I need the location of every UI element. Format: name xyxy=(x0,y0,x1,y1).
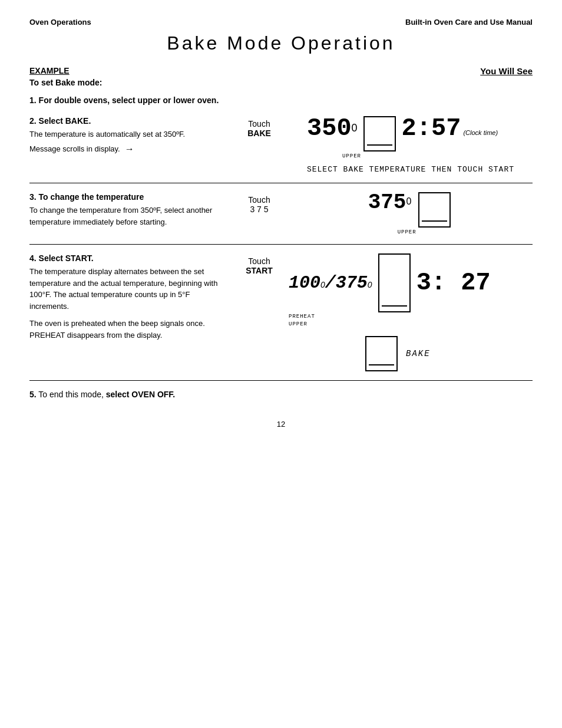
step4-temps: 1000 / 3750 xyxy=(289,273,372,293)
step1-row: 1. For double ovens, select upper or low… xyxy=(29,91,533,107)
page-number: 12 xyxy=(29,420,533,429)
step4-body2: The oven is preheated when the beep sign… xyxy=(29,318,218,341)
step4-number: 4. xyxy=(29,253,37,263)
step3-touch2: 3 7 5 xyxy=(230,205,289,214)
step2-degree: 0 xyxy=(352,122,358,134)
step3-title: To change the temperature xyxy=(39,192,144,202)
scroll-text: Message scrolls in display. xyxy=(29,144,120,153)
step1-left: 1. For double ovens, select upper or low… xyxy=(29,95,230,105)
step3-body: To change the temperature from 350ºF, se… xyxy=(29,205,218,228)
step4-body1: The temperature display alternates betwe… xyxy=(29,266,218,312)
step4-top-row: 1000 / 3750 3: 27 xyxy=(289,253,491,312)
step1-number: 1. xyxy=(29,95,37,105)
step5-row: 5. To end this mode, select OVEN OFF. xyxy=(29,381,533,408)
step5-text-bold: select OVEN OFF. xyxy=(106,390,175,399)
step3-temp-group: 3750 xyxy=(368,192,412,213)
header: Oven Operations Built-in Oven Care and U… xyxy=(29,18,533,27)
step2-upper: UPPER xyxy=(342,153,361,159)
step3-number: 3. xyxy=(29,192,37,202)
step4-bake-label: BAKE xyxy=(406,349,431,358)
step4-right: 1000 / 3750 3: 27 PREHEAT UPPER BAKE xyxy=(289,253,533,371)
step2-body: The temperature is automatically set at … xyxy=(29,129,218,140)
example-label: EXAMPLE xyxy=(29,66,102,75)
step2-right: 3500 2:57 (Clock time) UPPER SELECT BAKE… xyxy=(289,116,533,174)
step2-select-msg: SELECT BAKE TEMPERATURE THEN TOUCH START xyxy=(307,165,514,174)
step2-clock-label: (Clock time) xyxy=(463,129,498,136)
step4-clock-group: 3: 27 xyxy=(416,271,491,295)
page-title: Bake Mode Operation xyxy=(29,32,533,54)
step4-display: 1000 / 3750 3: 27 PREHEAT UPPER BAKE xyxy=(289,253,491,371)
step2-temp-group: 3500 xyxy=(307,116,358,141)
step4-preheat: PREHEAT xyxy=(289,314,315,319)
step2-scroll: Message scrolls in display. → xyxy=(29,140,218,158)
step5-number: 5. xyxy=(29,390,37,399)
step3-oven-panel xyxy=(418,192,451,228)
step3-section: 3. To change the temperature To change t… xyxy=(29,183,533,245)
header-left: Oven Operations xyxy=(29,18,91,27)
step4-slash: / xyxy=(325,273,336,293)
you-will-see: You Will See xyxy=(480,66,533,76)
step4-temp-set: 375 xyxy=(336,273,368,293)
step2-display: 3500 2:57 (Clock time) xyxy=(307,116,498,151)
step4-middle: Touch START xyxy=(230,253,289,275)
step3-left: 3. To change the temperature To change t… xyxy=(29,192,230,228)
step5-text-normal: To end this mode, xyxy=(38,390,104,399)
step3-middle: Touch 3 7 5 xyxy=(230,192,289,214)
step3-degree: 0 xyxy=(406,196,411,206)
step2-clock: 2:57 xyxy=(402,116,461,141)
step4-temp-actual: 100 xyxy=(289,273,320,293)
scroll-arrow: → xyxy=(125,144,134,154)
step4-degree-actual: 0 xyxy=(320,280,325,289)
step4-touch2: START xyxy=(230,266,289,275)
step2-temp: 350 xyxy=(307,114,352,143)
header-right: Built-in Oven Care and Use Manual xyxy=(405,18,533,27)
step4-oven-panel-2 xyxy=(365,336,398,371)
step3-upper: UPPER xyxy=(398,229,416,235)
step4-touch1: Touch xyxy=(230,256,289,266)
step3-temp: 375 xyxy=(368,190,406,215)
to-set-bake: To set Bake mode: xyxy=(29,78,102,87)
step4-upper: UPPER xyxy=(289,321,315,327)
step3-touch1: Touch xyxy=(230,195,289,205)
step1-text: For double ovens, select upper or lower … xyxy=(39,95,219,105)
step4-left: 4. Select START. The temperature display… xyxy=(29,253,230,341)
step2-left: 2. Select BAKE. The temperature is autom… xyxy=(29,116,230,158)
step2-touch2: BAKE xyxy=(230,129,289,138)
intro-area: EXAMPLE To set Bake mode: You Will See 1… xyxy=(29,66,533,107)
step4-oven-panel xyxy=(378,253,411,312)
step2-touch1: Touch xyxy=(230,119,289,129)
step4-title: Select START. xyxy=(39,253,94,263)
step4-labels-left: PREHEAT UPPER xyxy=(289,312,315,327)
step4-clock: 3: 27 xyxy=(416,269,491,297)
step2-number: 2. xyxy=(29,116,37,126)
step2-title: Select BAKE. xyxy=(39,116,91,126)
step2-section: 2. Select BAKE. The temperature is autom… xyxy=(29,107,533,183)
step3-display: 3750 xyxy=(368,192,454,228)
step3-right: 3750 UPPER xyxy=(289,192,533,235)
step2-middle: Touch BAKE xyxy=(230,116,289,138)
step4-degree-set: 0 xyxy=(368,280,372,289)
step2-oven-panel xyxy=(363,116,396,151)
step4-section: 4. Select START. The temperature display… xyxy=(29,245,533,381)
step2-clock-group: 2:57 (Clock time) xyxy=(402,116,498,141)
